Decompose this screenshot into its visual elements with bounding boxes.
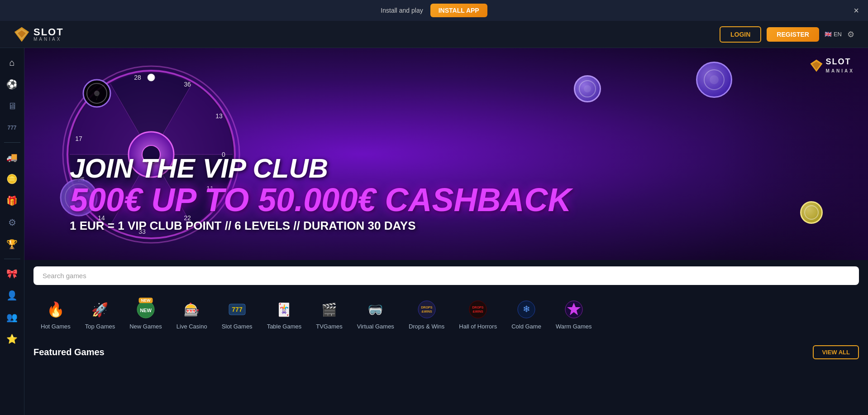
logo-maniax: MANIAX [33,37,64,42]
close-install-bar-button[interactable]: × [854,5,859,16]
category-label-virtual: Virtual Games [357,323,394,330]
category-label-horrors: Hall of Horrors [459,323,497,330]
sidebar-item-gift[interactable]: 🎀 [2,264,22,284]
sidebar-item-group[interactable]: 👥 [2,307,22,327]
sidebar-item-bonus[interactable]: 🎁 [2,191,22,211]
search-bar [24,260,868,291]
logo-diamond-icon [14,26,30,43]
svg-point-27 [94,91,100,96]
install-app-button[interactable]: INSTALL APP [430,4,487,17]
sidebar-item-slots-text[interactable]: 777 [2,118,22,138]
category-icon-top: 🚀 [90,299,110,319]
svg-point-33 [584,85,591,92]
category-label-drops: Drops & Wins [409,323,444,330]
chip-3 [800,201,823,224]
horrors-icon: DROPS &WINS [469,300,487,318]
logo[interactable]: SLOT MANIAX [14,26,64,43]
lang-label: EN [834,31,842,38]
svg-text:❄: ❄ [523,304,530,314]
svg-point-41 [418,301,435,318]
svg-point-24 [148,74,155,81]
category-badge-new: NEW [139,298,153,303]
category-label-cold: Cold Game [511,323,541,330]
category-tab-live-casino[interactable]: 🎰Live Casino [169,296,215,333]
category-icon-tv: 🎬 [319,299,339,319]
chip-2 [696,62,732,98]
banner-logo-text: SLOT MANIAX [826,57,854,74]
category-tabs: 🔥Hot Games🚀Top GamesNEW NEW New Games🎰Li… [24,291,868,341]
settings-icon[interactable]: ⚙ [847,29,854,39]
category-icon-warm [564,299,584,319]
category-icon-table: 🃏 [274,299,294,319]
svg-text:&WINS: &WINS [473,310,484,313]
sidebar-divider-2 [4,259,20,259]
logo-slot: SLOT [33,27,64,37]
banner-details: 1 EUR = 1 VIP CLUB POINT // 6 LEVELS // … [70,219,571,233]
banner-character-image [619,48,868,260]
category-tab-warm[interactable]: Warm Games [548,296,599,333]
sidebar-item-trophy[interactable]: 🏆 [2,234,22,254]
category-tab-cold[interactable]: ❄ Cold Game [504,296,548,333]
svg-point-35 [710,75,719,84]
sidebar-divider-1 [4,142,20,143]
category-icon-slots: 777 [227,299,247,319]
category-tab-slots[interactable]: 777 Slot Games [215,296,260,333]
header: SLOT MANIAX LOGIN REGISTER 🇬🇧 EN ⚙ [0,21,868,48]
category-icon-new: NEW NEW [136,299,156,319]
sidebar-item-coins[interactable]: 🪙 [2,169,22,189]
category-tab-virtual[interactable]: 🥽Virtual Games [350,296,401,333]
main-layout: ⌂ ⚽ 🖥 777 🚚 🪙 🎁 ⚙ 🏆 🎀 👤 👥 ⭐ [0,48,868,415]
category-label-live-casino: Live Casino [176,323,207,330]
featured-title: Featured Games [33,347,105,357]
banner-title: JOIN THE VIP CLUB [70,154,571,183]
category-label-table: Table Games [267,323,302,330]
category-label-new: New Games [129,323,162,330]
warm-icon [565,300,583,318]
language-selector[interactable]: 🇬🇧 EN [825,31,842,38]
banner-logo-diamond-icon [810,59,823,72]
svg-text:&WINS: &WINS [421,310,432,313]
sidebar-item-star[interactable]: ⭐ [2,329,22,349]
category-tab-new[interactable]: NEW NEW New Games [122,296,169,333]
register-button[interactable]: REGISTER [767,27,819,42]
category-icon-horrors: DROPS &WINS [468,299,488,319]
category-label-slots: Slot Games [222,323,253,330]
category-label-warm: Warm Games [556,323,592,330]
svg-text:777: 777 [232,306,243,313]
banner-logo: SLOT MANIAX [810,57,854,74]
category-tab-tv[interactable]: 🎬TVGames [309,296,350,333]
category-tab-table[interactable]: 🃏Table Games [260,296,309,333]
category-icon-drops: DROPS &WINS [417,299,437,319]
category-tab-hot[interactable]: 🔥Hot Games [33,296,78,333]
hero-banner[interactable]: 0 11 22 33 14 25 17 7 28 36 13 [24,48,868,260]
content-area: 0 11 22 33 14 25 17 7 28 36 13 [24,48,868,415]
slot-icon: 777 [228,300,246,318]
sidebar-item-user[interactable]: 👤 [2,285,22,305]
sidebar: ⌂ ⚽ 🖥 777 🚚 🪙 🎁 ⚙ 🏆 🎀 👤 👥 ⭐ [0,48,24,415]
svg-text:17: 17 [75,135,82,142]
view-all-button[interactable]: VIEW ALL [813,345,859,359]
chip-1 [574,75,601,102]
svg-point-44 [469,301,486,318]
category-icon-hot: 🔥 [46,299,66,319]
category-tab-horrors[interactable]: DROPS &WINS Hall of Horrors [452,296,504,333]
sidebar-item-home[interactable]: ⌂ [2,53,22,72]
featured-header: Featured Games VIEW ALL [33,345,859,359]
banner-text-content: JOIN THE VIP CLUB 500€ UP TO 50.000€ CAS… [70,154,571,233]
sidebar-item-settings[interactable]: ⚙ [2,212,22,232]
category-label-tv: TVGames [316,323,343,330]
search-input[interactable] [33,266,859,285]
svg-text:36: 36 [184,81,191,88]
svg-text:28: 28 [134,74,141,81]
category-tab-drops[interactable]: DROPS &WINS Drops & Wins [401,296,452,333]
sidebar-item-delivery[interactable]: 🚚 [2,147,22,167]
featured-section: Featured Games VIEW ALL [24,341,868,369]
svg-point-36 [805,206,818,219]
login-button[interactable]: LOGIN [720,26,761,43]
category-icon-cold: ❄ [516,299,536,319]
new-icon: NEW [137,300,155,318]
sidebar-item-sports[interactable]: ⚽ [2,74,22,94]
category-tab-top[interactable]: 🚀Top Games [78,296,122,333]
category-icon-virtual: 🥽 [366,299,386,319]
sidebar-item-live[interactable]: 🖥 [2,96,22,116]
